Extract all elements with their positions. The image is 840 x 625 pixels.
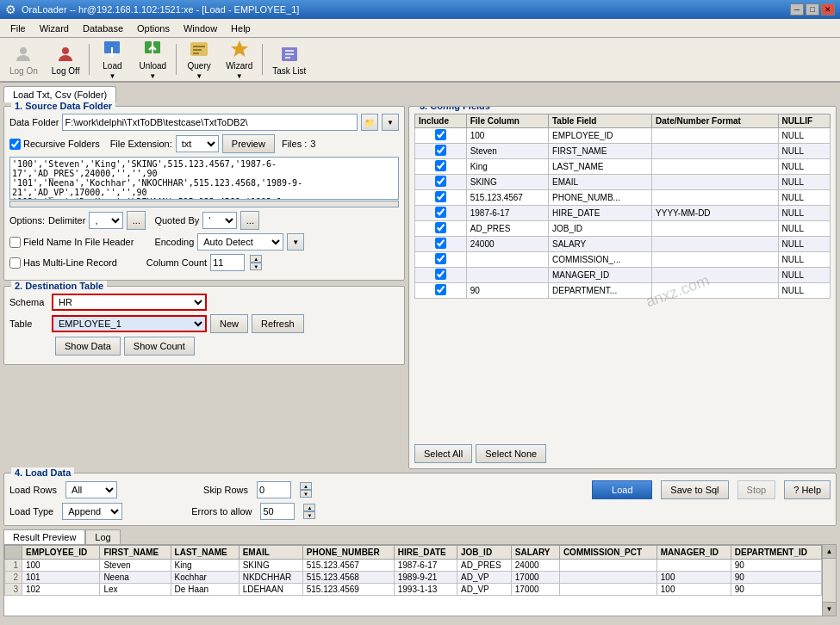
config-include-checkbox[interactable] xyxy=(435,129,446,140)
config-table-scroll[interactable]: Include File Column Table Field Date/Num… xyxy=(414,114,831,441)
cell-last-name: King xyxy=(171,560,239,572)
config-include-checkbox[interactable] xyxy=(435,160,446,171)
skip-down[interactable]: ▼ xyxy=(300,490,312,498)
menu-database[interactable]: Database xyxy=(76,22,130,35)
skip-up[interactable]: ▲ xyxy=(300,482,312,490)
errors-input[interactable] xyxy=(260,503,295,520)
select-none-button[interactable]: Select None xyxy=(476,444,546,463)
config-format-cell xyxy=(652,237,778,252)
row-num-header xyxy=(5,546,22,560)
quoted-by-extra-btn[interactable]: ... xyxy=(240,211,259,230)
preview-scrollbar-h[interactable] xyxy=(9,201,399,207)
help-button[interactable]: ? Help xyxy=(784,480,831,499)
menu-window[interactable]: Window xyxy=(177,22,224,35)
select-all-button[interactable]: Select All xyxy=(414,444,472,463)
config-include-cell[interactable] xyxy=(415,206,467,221)
tasklist-icon xyxy=(279,44,300,65)
config-include-cell[interactable] xyxy=(415,144,467,159)
toolbar-sep-1 xyxy=(89,44,90,75)
refresh-button[interactable]: Refresh xyxy=(252,314,304,333)
delimiter-extra-btn[interactable]: ... xyxy=(127,211,146,230)
scroll-down[interactable]: ▼ xyxy=(823,602,836,616)
encoding-dropdown-btn[interactable]: ▼ xyxy=(287,233,304,251)
tab-result-preview[interactable]: Result Preview xyxy=(3,529,85,544)
col-count-up[interactable]: ▲ xyxy=(250,255,262,263)
schema-select[interactable]: HR xyxy=(52,294,207,311)
config-include-checkbox[interactable] xyxy=(435,191,446,202)
load-type-select[interactable]: AppendReplace xyxy=(62,503,122,520)
result-scrollbar-v[interactable]: ▲ ▼ xyxy=(822,545,836,616)
skip-rows-label: Skip Rows xyxy=(203,485,248,495)
config-include-cell[interactable] xyxy=(415,221,467,237)
config-include-checkbox[interactable] xyxy=(435,207,446,218)
show-data-button[interactable]: Show Data xyxy=(55,337,121,356)
file-ext-select[interactable]: txt csv xyxy=(176,135,219,152)
select-buttons-row: Select All Select None xyxy=(414,444,831,463)
browse-folder-button[interactable]: 📁 xyxy=(361,114,378,131)
skip-rows-input[interactable] xyxy=(257,481,291,498)
config-include-cell[interactable] xyxy=(415,268,467,283)
config-include-checkbox[interactable] xyxy=(435,269,446,280)
stop-button[interactable]: Stop xyxy=(737,480,776,499)
errors-down[interactable]: ▼ xyxy=(303,511,315,519)
delimiter-select[interactable]: , xyxy=(89,212,123,229)
multiline-checkbox[interactable] xyxy=(9,257,21,269)
options-label: Options: xyxy=(9,215,45,226)
menu-help[interactable]: Help xyxy=(224,22,258,35)
new-button[interactable]: New xyxy=(210,314,248,333)
load-rows-select[interactable]: AllN xyxy=(65,481,117,498)
maximize-button[interactable]: □ xyxy=(806,3,819,15)
config-include-cell[interactable] xyxy=(415,237,467,252)
logoff-button[interactable]: Log Off xyxy=(46,40,86,79)
config-include-checkbox[interactable] xyxy=(435,176,446,187)
errors-up[interactable]: ▲ xyxy=(303,504,315,511)
dropdown-folder-button[interactable]: ▼ xyxy=(382,114,399,131)
preview-button[interactable]: Preview xyxy=(222,134,275,153)
save-sql-button[interactable]: Save to Sql xyxy=(661,480,728,499)
table-select[interactable]: EMPLOYEE_1 xyxy=(52,315,207,332)
scroll-up[interactable]: ▲ xyxy=(823,545,836,559)
config-include-checkbox[interactable] xyxy=(435,253,446,264)
column-count-input[interactable] xyxy=(210,254,245,271)
fieldname-checkbox[interactable] xyxy=(9,237,21,248)
config-include-cell[interactable] xyxy=(415,175,467,190)
config-row: 24000 SALARY NULL xyxy=(415,237,831,252)
result-table-scroll[interactable]: EMPLOYEE_ID FIRST_NAME LAST_NAME EMAIL P… xyxy=(4,545,822,616)
recursive-checkbox-label[interactable]: Recursive Folders xyxy=(9,139,100,150)
config-include-checkbox[interactable] xyxy=(435,238,446,249)
fieldname-checkbox-label[interactable]: Field Name In File Header xyxy=(9,237,134,248)
menu-options[interactable]: Options xyxy=(130,22,177,35)
toolbar-sep-3 xyxy=(262,44,263,75)
config-include-checkbox[interactable] xyxy=(435,145,446,156)
data-folder-input[interactable] xyxy=(62,114,358,131)
config-include-checkbox[interactable] xyxy=(435,284,446,295)
preview-text: '100','Steven','King','SKING',515.123.45… xyxy=(9,157,399,200)
show-count-button[interactable]: Show Count xyxy=(124,337,195,356)
logon-button[interactable]: Log On xyxy=(3,40,44,79)
multiline-checkbox-label[interactable]: Has Multi-Line Record xyxy=(9,257,117,269)
config-include-cell[interactable] xyxy=(415,128,467,144)
recursive-checkbox[interactable] xyxy=(9,139,21,150)
unload-button[interactable]: Unload ▼ xyxy=(133,40,172,79)
load-toolbar-button[interactable]: Load ▼ xyxy=(93,40,131,79)
config-include-cell[interactable] xyxy=(415,283,467,299)
encoding-select[interactable]: Auto DetectUTF-8 xyxy=(197,233,283,251)
wizard-button[interactable]: Wizard ▼ xyxy=(220,40,258,79)
destination-title: 2. Destination Table xyxy=(11,281,107,291)
load-button[interactable]: Load xyxy=(592,480,652,499)
col-count-down[interactable]: ▼ xyxy=(250,263,262,270)
col-table-field: Table Field xyxy=(548,114,651,128)
config-include-cell[interactable] xyxy=(415,252,467,268)
config-include-cell[interactable] xyxy=(415,190,467,206)
quoted-by-select[interactable]: ' xyxy=(202,212,237,229)
minimize-button[interactable]: ─ xyxy=(790,3,804,15)
config-include-cell[interactable] xyxy=(415,159,467,175)
row-number: 1 xyxy=(5,560,22,572)
query-button[interactable]: Query ▼ xyxy=(180,40,218,79)
tasklist-button[interactable]: Task List xyxy=(266,40,312,79)
menu-wizard[interactable]: Wizard xyxy=(33,22,76,35)
close-button[interactable]: ✕ xyxy=(821,3,835,15)
menu-file[interactable]: File xyxy=(3,22,33,35)
tab-log[interactable]: Log xyxy=(85,529,120,544)
config-include-checkbox[interactable] xyxy=(435,222,446,233)
